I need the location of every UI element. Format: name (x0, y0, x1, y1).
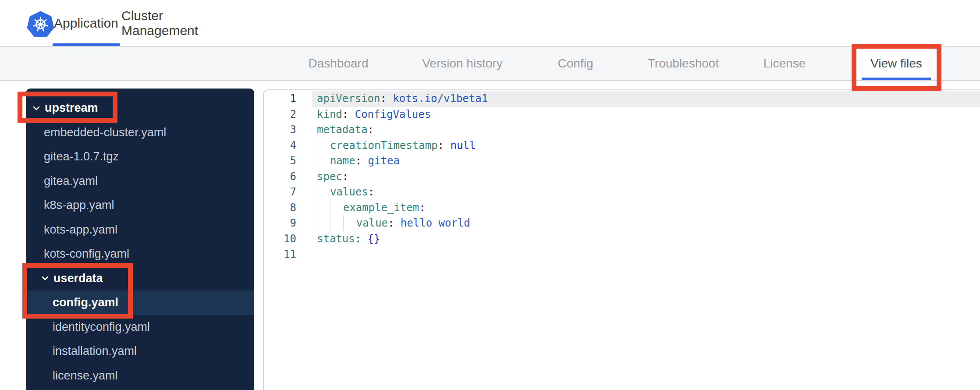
yaml-token-val: gitea (368, 155, 400, 167)
subnav-item-view-files[interactable]: View files (856, 47, 937, 80)
chevron-down-icon (41, 274, 50, 283)
tree-file-kots-config.yaml[interactable]: kots-config.yaml (26, 242, 254, 266)
line-number: 1 (264, 91, 296, 107)
yaml-token-val: hello world (401, 217, 470, 229)
code-text: values: (312, 184, 980, 200)
yaml-token-punc: : (368, 124, 374, 136)
app-subnav: DashboardVersion historyConfigTroublesho… (0, 47, 980, 81)
indent-guide (343, 216, 356, 231)
yaml-token-key: status (317, 233, 355, 245)
tree-folder-userdata[interactable]: userdata (26, 266, 254, 291)
line-number: 9 (264, 216, 296, 231)
tree-item-label: identityconfig.yaml (53, 320, 150, 334)
subnav-item-config[interactable]: Config (532, 47, 619, 80)
code-text: status: {} (312, 231, 980, 247)
line-number: 10 (264, 231, 296, 247)
tree-file-kots-app.yaml[interactable]: kots-app.yaml (26, 218, 254, 242)
indent-guide (317, 184, 330, 200)
tree-file-embedded-cluster.yaml[interactable]: embedded-cluster.yaml (26, 121, 254, 145)
tree-file-identityconfig.yaml[interactable]: identityconfig.yaml (26, 315, 254, 340)
yaml-token-key: metadata (317, 124, 368, 136)
line-number: 8 (264, 200, 296, 216)
line-number: 5 (264, 153, 296, 169)
yaml-token-val: kots.io/v1beta1 (393, 92, 488, 105)
code-line[interactable]: 9value: hello world (264, 216, 980, 231)
line-number: 6 (264, 169, 296, 185)
code-line[interactable]: 10status: {} (264, 231, 980, 247)
tree-item-label: kots-app.yaml (44, 223, 117, 237)
code-text: value: hello world (312, 216, 980, 231)
yaml-token-punc: : (368, 186, 374, 198)
tree-file-gitea-1.0.7.tgz[interactable]: gitea-1.0.7.tgz (26, 145, 254, 169)
yaml-token-key: name (330, 155, 355, 167)
yaml-token-key: values (330, 186, 368, 198)
yaml-token-punc: : (388, 217, 401, 229)
yaml-token-const: null (450, 139, 476, 152)
code-text: creationTimestamp: null (312, 138, 980, 154)
code-text: example_item: (312, 200, 980, 216)
header-tab-cluster-management[interactable]: Cluster Management (121, 0, 227, 46)
tree-item-label: userdata (53, 272, 103, 285)
tree-item-label: config.yaml (53, 296, 118, 309)
tree-file-license.yaml[interactable]: license.yaml (26, 364, 254, 388)
yaml-token-val: ConfigValues (355, 108, 431, 121)
yaml-token-punc: : (438, 139, 451, 152)
code-text: spec: (312, 169, 980, 185)
yaml-token-key: example_item (343, 202, 419, 214)
tree-item-label: embedded-cluster.yaml (44, 126, 166, 139)
subnav-item-troubleshoot[interactable]: Troubleshoot (635, 47, 731, 80)
code-line[interactable]: 7values: (264, 184, 980, 200)
yaml-token-punc: : (355, 233, 368, 245)
yaml-token-const: {} (368, 233, 380, 245)
yaml-token-punc: : (419, 202, 425, 214)
subnav-item-license[interactable]: License (741, 47, 828, 80)
tree-item-label: gitea-1.0.7.tgz (44, 150, 119, 163)
tree-file-installation.yaml[interactable]: installation.yaml (26, 339, 254, 364)
code-line[interactable]: 3metadata: (264, 122, 980, 138)
tree-item-label: kots-config.yaml (44, 247, 129, 261)
line-number: 3 (264, 122, 296, 138)
indent-guide (317, 153, 330, 169)
kots-admin-console: ApplicationCluster Management DashboardV… (0, 0, 980, 390)
indent-guide (330, 200, 343, 216)
chevron-down-icon (32, 104, 41, 113)
yaml-token-key: spec (317, 170, 342, 183)
tree-file-config.yaml[interactable]: config.yaml (26, 291, 254, 315)
yaml-token-punc: : (342, 108, 355, 121)
code-line[interactable]: 2kind: ConfigValues (264, 107, 980, 123)
code-line[interactable]: 11 (264, 247, 980, 262)
app-header: ApplicationCluster Management (0, 0, 980, 47)
yaml-token-punc: : (342, 170, 348, 183)
code-line[interactable]: 8example_item: (264, 200, 980, 216)
kubernetes-logo-icon (27, 11, 54, 38)
code-text: metadata: (312, 122, 980, 138)
yaml-token-key: creationTimestamp (330, 139, 438, 152)
subnav-item-version-history[interactable]: Version history (410, 47, 515, 80)
line-number: 4 (264, 138, 296, 154)
yaml-code-view[interactable]: 1apiVersion: kots.io/v1beta12kind: Confi… (264, 91, 980, 262)
tree-item-label: k8s-app.yaml (44, 199, 114, 212)
tree-item-label: upstream (45, 101, 98, 115)
code-line[interactable]: 5name: gitea (264, 153, 980, 169)
file-tree-sidebar: upstreamembedded-cluster.yamlgitea-1.0.7… (26, 89, 254, 390)
indent-guide (317, 216, 330, 231)
header-tab-application[interactable]: Application (53, 0, 120, 46)
line-number: 7 (264, 184, 296, 200)
yaml-token-key: apiVersion (317, 92, 380, 105)
tree-file-gitea.yaml[interactable]: gitea.yaml (26, 169, 254, 194)
code-text (312, 247, 980, 262)
code-text: name: gitea (312, 153, 980, 169)
tree-folder-upstream[interactable]: upstream (26, 96, 254, 121)
tree-file-k8s-app.yaml[interactable]: k8s-app.yaml (26, 193, 254, 218)
yaml-token-punc: : (380, 92, 393, 105)
tree-item-label: gitea.yaml (44, 174, 98, 188)
code-line[interactable]: 1apiVersion: kots.io/v1beta1 (264, 91, 980, 107)
yaml-token-punc: : (355, 155, 368, 167)
code-text: apiVersion: kots.io/v1beta1 (312, 91, 980, 107)
line-number: 11 (264, 247, 296, 262)
code-line[interactable]: 4creationTimestamp: null (264, 138, 980, 154)
file-editor[interactable]: 1apiVersion: kots.io/v1beta12kind: Confi… (263, 89, 980, 390)
yaml-token-key: value (356, 217, 388, 229)
subnav-item-dashboard[interactable]: Dashboard (295, 47, 382, 80)
code-line[interactable]: 6spec: (264, 169, 980, 185)
